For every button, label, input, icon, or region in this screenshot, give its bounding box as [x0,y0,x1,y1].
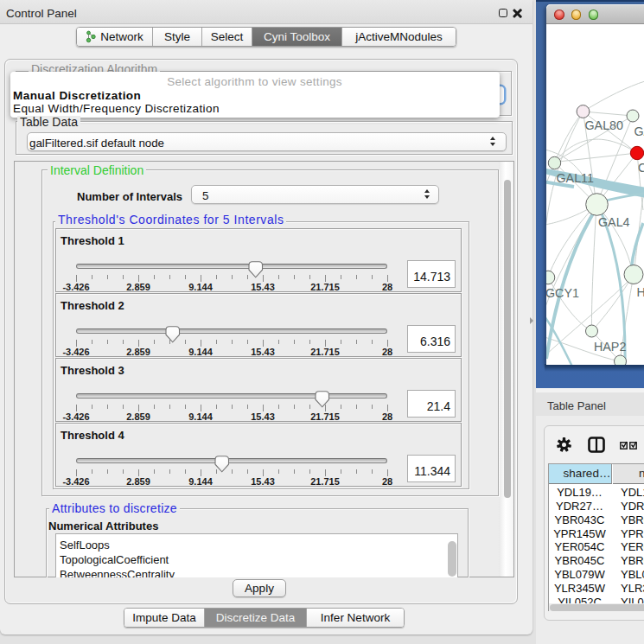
svg-text:GCY1: GCY1 [546,286,579,300]
svg-text:GAL80: GAL80 [585,118,624,132]
svg-text:H: H [637,285,644,299]
svg-text:C: C [638,161,644,175]
svg-text:HAP2: HAP2 [594,340,626,354]
svg-text:GAL4: GAL4 [598,215,630,229]
svg-text:GA: GA [634,124,644,138]
svg-text:GAL11: GAL11 [557,171,594,185]
